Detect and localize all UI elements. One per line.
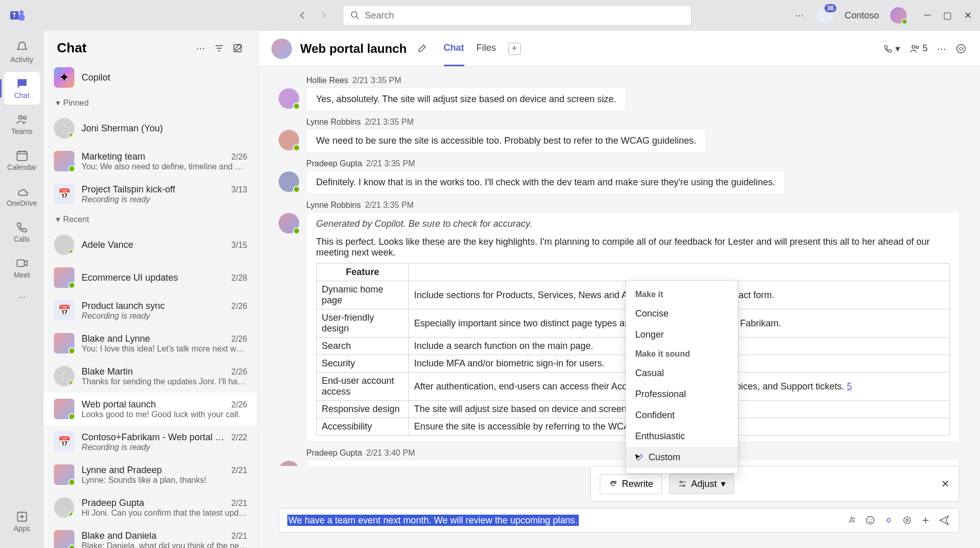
sidebar-more-icon[interactable]: ⋯: [194, 42, 207, 55]
svg-point-4: [351, 12, 357, 17]
search-input[interactable]: [365, 10, 684, 21]
chat-name: Lynne and Pradeep: [82, 465, 162, 476]
participants-button[interactable]: 5: [909, 43, 928, 54]
chat-preview: Looks good to me! Good luck with your ca…: [82, 410, 247, 419]
chat-preview: You: We also need to define, timeline an…: [82, 162, 247, 171]
tab-files[interactable]: Files: [477, 31, 496, 66]
chat-list-item[interactable]: Ecommerce UI updates2/28: [44, 261, 258, 294]
nav-forward-button[interactable]: [315, 7, 331, 24]
chat-list-item[interactable]: Blake and Lynne2/26You: I love this idea…: [44, 327, 258, 360]
chat-preview: Blake: Daniela, what did you think of th…: [82, 541, 247, 549]
message-bubble: Definitely. I know that is in the works …: [306, 170, 785, 194]
chat-preview: Lynne: Sounds like a plan, thanks!: [82, 476, 247, 485]
chat-preview: Recording is ready: [82, 443, 247, 452]
new-chat-icon[interactable]: [231, 42, 244, 55]
rail-chat[interactable]: Chat: [4, 72, 40, 105]
chat-list-item[interactable]: Pradeep Gupta2/21Hi Joni. Can you confir…: [44, 491, 258, 524]
search-box[interactable]: [343, 5, 692, 26]
sidebar-copilot[interactable]: ✦ Copilot: [44, 61, 258, 94]
rail-onedrive[interactable]: OneDrive: [4, 180, 40, 212]
compose-text[interactable]: We have a team event next month. We will…: [287, 515, 840, 526]
chat-list-item[interactable]: Blake and Daniela2/21Blake: Daniela, wha…: [44, 524, 258, 548]
adjust-custom[interactable]: Custom: [626, 447, 738, 468]
svg-point-5: [18, 115, 22, 119]
maximize-button[interactable]: ▢: [943, 10, 952, 21]
emoji-icon[interactable]: [864, 514, 877, 527]
feature-cell: Accessibility: [317, 418, 409, 436]
chat-name: Joni Sherman (You): [82, 123, 163, 134]
adjust-casual[interactable]: Casual: [626, 363, 738, 384]
adjust-longer[interactable]: Longer: [626, 324, 738, 345]
chat-date: 3/15: [231, 241, 247, 250]
rail-teams[interactable]: Teams: [4, 108, 40, 141]
more-icon[interactable]: ⋯: [793, 9, 806, 22]
tab-chat[interactable]: Chat: [444, 31, 464, 66]
close-button[interactable]: ✕: [964, 10, 972, 21]
rail-meet[interactable]: Meet: [4, 251, 40, 284]
message: Lynne Robbins2/21 3:35 PMWe need to be s…: [279, 118, 959, 153]
svg-point-13: [957, 44, 966, 53]
chat-name: Web portal launch: [82, 399, 156, 410]
minimize-button[interactable]: ─: [924, 10, 931, 21]
message: Pradeep Gupta2/21 3:35 PMDefinitely. I k…: [279, 159, 959, 194]
adjust-button[interactable]: Adjust ▾: [669, 474, 734, 494]
chat-list-item[interactable]: 📅Project Tailspin kick-off3/13Recording …: [44, 178, 258, 210]
chat-name: Adele Vance: [82, 240, 133, 250]
rename-icon[interactable]: [415, 42, 428, 55]
rewrite-button[interactable]: Rewrite: [600, 474, 662, 494]
section-pinned[interactable]: ▾ Pinned: [44, 94, 258, 112]
nav-back-button[interactable]: [295, 7, 311, 24]
chat-avatar: [54, 366, 74, 386]
add-icon[interactable]: +: [919, 514, 932, 527]
notifications-avatar[interactable]: 36: [817, 7, 833, 24]
adjust-concise[interactable]: Concise: [626, 303, 738, 324]
reference-link[interactable]: 5: [847, 381, 852, 392]
chat-avatar: 📅: [54, 184, 74, 204]
user-avatar[interactable]: [890, 7, 907, 24]
chat-name: Blake and Daniela: [82, 531, 156, 541]
rail-more[interactable]: ⋯: [4, 287, 40, 308]
section-recent[interactable]: ▾ Recent: [44, 210, 258, 228]
chat-list-item[interactable]: Adele Vance3/15: [44, 228, 258, 261]
rail-activity[interactable]: Activity: [4, 36, 40, 69]
menu-header: Make it: [626, 286, 738, 303]
chat-list-item[interactable]: 📅Contoso+Fabrikam - Web portal ki...2/22…: [44, 425, 258, 458]
chat-list-item[interactable]: Lynne and Pradeep2/21Lynne: Sounds like …: [44, 458, 258, 491]
svg-point-15: [683, 485, 685, 487]
search-icon: [350, 11, 360, 20]
loop-icon[interactable]: [900, 514, 914, 527]
adjust-professional[interactable]: Professional: [626, 384, 738, 405]
chat-list-item[interactable]: Marketing team2/26You: We also need to d…: [44, 145, 258, 178]
send-button[interactable]: [937, 514, 951, 527]
rail-calendar[interactable]: Calendar: [4, 144, 40, 177]
call-button[interactable]: ▾: [883, 43, 900, 54]
chat-preview: You: I love this idea! Let's talk more n…: [82, 344, 247, 354]
svg-point-2: [19, 10, 24, 14]
adjust-confident[interactable]: Confident: [626, 405, 738, 426]
header-more-icon[interactable]: ⋯: [937, 43, 946, 54]
adjust-enthusiastic[interactable]: Enthusiastic: [626, 426, 738, 447]
rail-calls[interactable]: Calls: [4, 216, 40, 248]
chat-avatar: [54, 234, 74, 255]
adjust-menu: Make it Concise Longer Make it sound Cas…: [625, 280, 738, 474]
message: Pradeep Gupta2/21 3:40 PM Looks good to …: [279, 448, 959, 466]
chat-name: Blake and Lynne: [82, 334, 150, 344]
copilot-compose-icon[interactable]: [882, 514, 895, 527]
copilot-pane-icon[interactable]: [955, 43, 967, 54]
close-copilot-bar[interactable]: ✕: [941, 478, 950, 490]
svg-point-11: [912, 45, 915, 48]
chat-list-item[interactable]: Web portal launch2/26Looks good to me! G…: [44, 393, 258, 425]
message-list[interactable]: Hollie Rees2/21 3:35 PMYes, absolutely. …: [258, 67, 980, 466]
format-icon[interactable]: [845, 514, 858, 527]
chat-avatar: [271, 38, 292, 59]
chat-sidebar: Chat ⋯ ✦ Copilot ▾ Pinned Joni Sherman (…: [44, 31, 258, 548]
chat-preview: Hi Joni. Can you confirm that the latest…: [82, 508, 247, 518]
filter-icon[interactable]: [212, 42, 226, 55]
compose-box[interactable]: We have a team event next month. We will…: [279, 508, 959, 533]
chat-list-item[interactable]: Blake Martin2/26Thanks for sending the u…: [44, 360, 258, 393]
chat-list-item[interactable]: 📅Product launch sync2/26Recording is rea…: [44, 294, 258, 327]
chat-list-item[interactable]: Joni Sherman (You): [44, 112, 258, 145]
add-tab-button[interactable]: +: [508, 43, 521, 55]
svg-point-6: [23, 116, 26, 119]
rail-apps[interactable]: Apps: [4, 505, 40, 538]
